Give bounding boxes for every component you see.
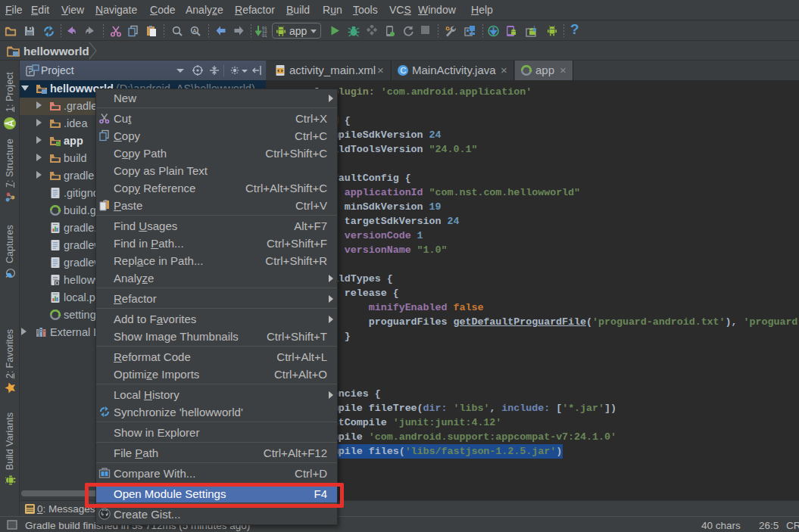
svg-text:A: A [193,28,197,33]
svg-text:C: C [401,66,407,75]
svg-text:01: 01 [262,33,267,38]
